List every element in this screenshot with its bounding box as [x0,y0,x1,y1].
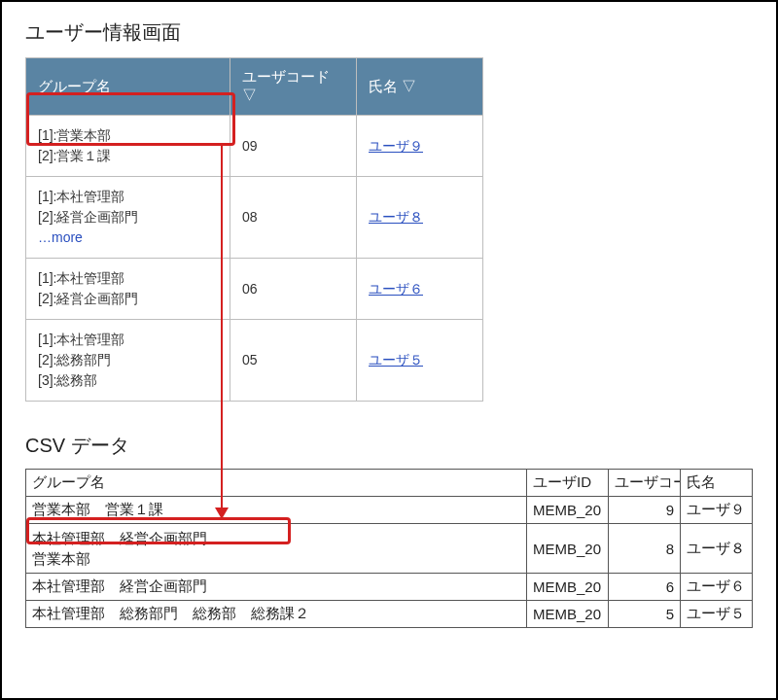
csv-cell-group: 本社管理部 経営企画部門営業本部 [26,524,527,574]
cell-code: 08 [230,177,357,259]
group-line: [1]:本社管理部 [38,270,124,286]
col-header-user-code[interactable]: ユーザコード ▽ [230,58,357,116]
cell-group: [1]:営業本部 [2]:営業１課 [26,116,230,177]
csv-header-name: 氏名 [681,470,753,497]
csv-cell-uid: MEMB_20 [527,574,609,601]
table-row: 本社管理部 経営企画部門 MEMB_20 6 ユーザ６ [26,574,753,601]
csv-cell-uid: MEMB_20 [527,497,609,524]
csv-cell-group: 本社管理部 総務部門 総務部 総務課２ [26,601,527,628]
group-line: [2]:総務部門 [38,352,111,368]
col-header-group[interactable]: グループ名 [26,58,230,116]
csv-cell-uname: ユーザ８ [681,524,753,574]
cell-name: ユーザ８ [357,177,483,259]
user-info-table: グループ名 ユーザコード ▽ 氏名 ▽ [1]:営業本部 [2]:営業１課 09… [25,57,483,402]
section-title-csv: CSV データ [25,433,753,459]
csv-table: グループ名 ユーザID ユーザコー 氏名 営業本部 営業１課 MEMB_20 9… [25,469,753,628]
csv-cell-uid: MEMB_20 [527,601,609,628]
group-line: [2]:経営企画部門 [38,209,138,225]
table-row: 本社管理部 経営企画部門営業本部 MEMB_20 8 ユーザ８ [26,524,753,574]
cell-name: ユーザ５ [357,320,483,402]
csv-cell-uid: MEMB_20 [527,524,609,574]
group-line: [3]:総務部 [38,372,97,388]
csv-header-user-id: ユーザID [527,470,609,497]
more-link[interactable]: …more [38,229,83,245]
csv-cell-ucode: 5 [609,601,681,628]
table-row: 営業本部 営業１課 MEMB_20 9 ユーザ９ [26,497,753,524]
cell-name: ユーザ９ [357,116,483,177]
user-link[interactable]: ユーザ６ [369,281,423,297]
csv-cell-uname: ユーザ９ [681,497,753,524]
table-row: [1]:本社管理部 [2]:総務部門 [3]:総務部 05 ユーザ５ [26,320,483,402]
csv-header-user-code: ユーザコー [609,470,681,497]
csv-cell-uname: ユーザ６ [681,574,753,601]
csv-cell-ucode: 6 [609,574,681,601]
user-link[interactable]: ユーザ５ [369,352,423,368]
col-header-name[interactable]: 氏名 ▽ [357,58,483,116]
table-row: [1]:営業本部 [2]:営業１課 09 ユーザ９ [26,116,483,177]
csv-cell-group: 営業本部 営業１課 [26,497,527,524]
user-link[interactable]: ユーザ９ [369,138,423,154]
table-row: 本社管理部 総務部門 総務部 総務課２ MEMB_20 5 ユーザ５ [26,601,753,628]
cell-code: 05 [230,320,357,402]
cell-name: ユーザ６ [357,259,483,320]
cell-group: [1]:本社管理部 [2]:経営企画部門 [26,259,230,320]
section-title-user-info: ユーザー情報画面 [25,19,753,46]
group-line: [2]:経営企画部門 [38,291,138,306]
group-line: [1]:本社管理部 [38,332,124,347]
csv-cell-uname: ユーザ５ [681,601,753,628]
cell-group: [1]:本社管理部 [2]:総務部門 [3]:総務部 [26,320,230,402]
csv-header-group: グループ名 [26,470,527,497]
table-row: [1]:本社管理部 [2]:経営企画部門 …more 08 ユーザ８ [26,177,483,259]
csv-cell-group: 本社管理部 経営企画部門 [26,574,527,601]
group-line: [1]:本社管理部 [38,189,124,204]
group-line: [1]:営業本部 [38,127,111,143]
cell-code: 06 [230,259,357,320]
group-line: [2]:営業１課 [38,148,111,163]
cell-code: 09 [230,116,357,177]
table-row: [1]:本社管理部 [2]:経営企画部門 06 ユーザ６ [26,259,483,320]
cell-group: [1]:本社管理部 [2]:経営企画部門 …more [26,177,230,259]
user-link[interactable]: ユーザ８ [369,209,423,225]
csv-cell-ucode: 8 [609,524,681,574]
csv-cell-ucode: 9 [609,497,681,524]
